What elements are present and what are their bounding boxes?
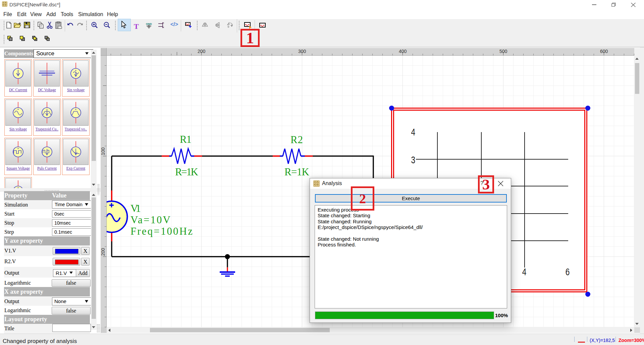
svg-text:R=1K: R=1K [175,166,199,178]
svg-text:V1: V1 [130,203,141,214]
svg-text:R1: R1 [180,133,192,145]
svg-text:Va=10V: Va=10V [130,214,171,226]
svg-text:R=1K: R=1K [284,166,310,178]
svg-text:R2: R2 [290,134,303,146]
svg-text:Freq=100Hz: Freq=100Hz [130,225,193,237]
